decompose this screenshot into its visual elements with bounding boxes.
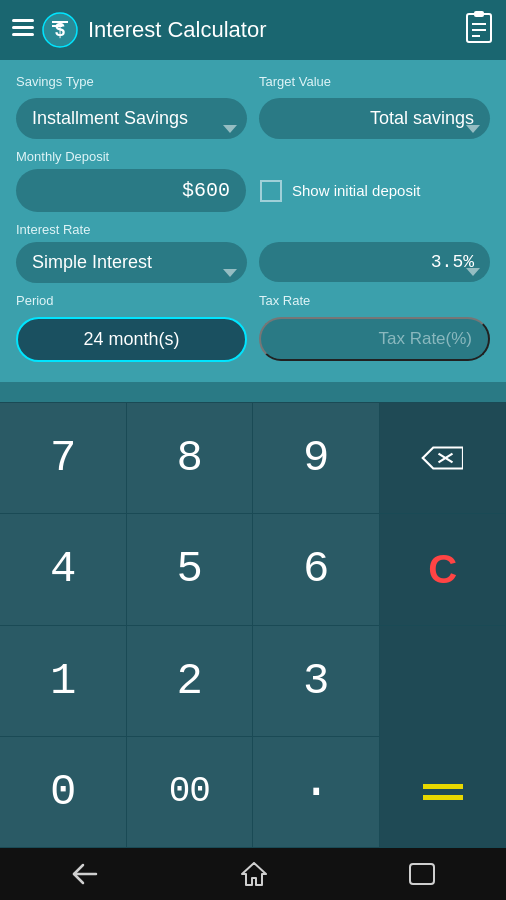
tax-rate-label: Tax Rate — [259, 293, 490, 308]
period-value: 24 month(s) — [83, 329, 179, 350]
savings-type-dropdown[interactable]: Installment Savings — [16, 98, 247, 139]
key-1[interactable]: 1 — [0, 626, 127, 737]
clipboard-icon[interactable] — [464, 10, 494, 51]
tax-rate-placeholder: Tax Rate(%) — [378, 329, 472, 349]
interest-rate-label: Interest Rate — [16, 222, 490, 237]
interest-type-col: Simple Interest — [16, 242, 247, 283]
interest-rate-dropdown[interactable]: 3.5% — [259, 242, 490, 282]
app-icon: $ — [42, 12, 78, 48]
interest-rate-col: 3.5% — [259, 242, 490, 283]
tax-rate-input[interactable]: Tax Rate(%) — [259, 317, 490, 361]
savings-type-label: Savings Type — [16, 74, 247, 89]
svg-marker-12 — [423, 448, 463, 469]
savings-target-labels: Savings Type Target Value — [16, 74, 490, 94]
period-label: Period — [16, 293, 247, 308]
svg-rect-0 — [12, 19, 34, 22]
period-tax-row: 24 month(s) Tax Rate(%) — [16, 317, 490, 362]
recents-button[interactable] — [409, 863, 435, 885]
backspace-key[interactable] — [380, 403, 507, 514]
interest-rate-value: 3.5% — [431, 252, 474, 272]
svg-rect-17 — [410, 864, 434, 884]
show-initial-label: Show initial deposit — [292, 182, 420, 199]
equals-line-bottom — [423, 795, 463, 800]
menu-icon[interactable] — [12, 19, 34, 42]
savings-type-value: Installment Savings — [32, 108, 188, 129]
app-header: $ Interest Calculator — [0, 0, 506, 60]
svg-rect-8 — [474, 11, 484, 17]
numpad: 7 8 9 4 5 6 C 1 2 3 0 00 . — [0, 402, 506, 848]
key-4[interactable]: 4 — [0, 514, 127, 625]
key-7[interactable]: 7 — [0, 403, 127, 514]
svg-rect-2 — [12, 33, 34, 36]
home-button[interactable] — [241, 861, 267, 887]
equals-key-top[interactable] — [380, 626, 507, 737]
interest-rate-row: Simple Interest 3.5% — [16, 242, 490, 283]
back-button[interactable] — [71, 863, 99, 885]
key-8[interactable]: 8 — [127, 403, 254, 514]
tax-rate-col: Tax Rate(%) — [259, 317, 490, 362]
key-dot[interactable]: . — [253, 737, 380, 848]
show-initial-checkbox[interactable] — [260, 180, 282, 202]
equals-line-top — [423, 784, 463, 789]
key-0[interactable]: 0 — [0, 737, 127, 848]
form-numpad-spacer — [0, 382, 506, 402]
target-value-value: Total savings — [370, 108, 474, 129]
svg-rect-7 — [467, 14, 491, 42]
monthly-deposit-label: Monthly Deposit — [16, 149, 490, 164]
svg-rect-1 — [12, 26, 34, 29]
show-initial-wrap: Show initial deposit — [260, 180, 490, 202]
savings-type-col: Installment Savings — [16, 98, 247, 139]
period-tax-labels: Period Tax Rate — [16, 293, 490, 313]
app-title: Interest Calculator — [88, 17, 464, 43]
key-3[interactable]: 3 — [253, 626, 380, 737]
main-content: Savings Type Target Value Installment Sa… — [0, 60, 506, 382]
key-00[interactable]: 00 — [127, 737, 254, 848]
target-value-label: Target Value — [259, 74, 490, 89]
monthly-deposit-input[interactable]: $600 — [16, 169, 246, 212]
clear-key[interactable]: C — [380, 514, 507, 625]
monthly-deposit-row: $600 Show initial deposit — [16, 169, 490, 212]
target-value-dropdown[interactable]: Total savings — [259, 98, 490, 139]
target-value-col: Total savings — [259, 98, 490, 139]
svg-marker-16 — [242, 863, 266, 885]
key-2[interactable]: 2 — [127, 626, 254, 737]
key-6[interactable]: 6 — [253, 514, 380, 625]
period-col: 24 month(s) — [16, 317, 247, 362]
period-dropdown[interactable]: 24 month(s) — [16, 317, 247, 362]
key-9[interactable]: 9 — [253, 403, 380, 514]
savings-target-row: Installment Savings Total savings — [16, 98, 490, 139]
interest-type-value: Simple Interest — [32, 252, 152, 273]
key-5[interactable]: 5 — [127, 514, 254, 625]
interest-type-dropdown[interactable]: Simple Interest — [16, 242, 247, 283]
equals-key[interactable] — [380, 737, 507, 848]
monthly-deposit-input-wrap: $600 — [16, 169, 246, 212]
navigation-bar — [0, 848, 506, 900]
